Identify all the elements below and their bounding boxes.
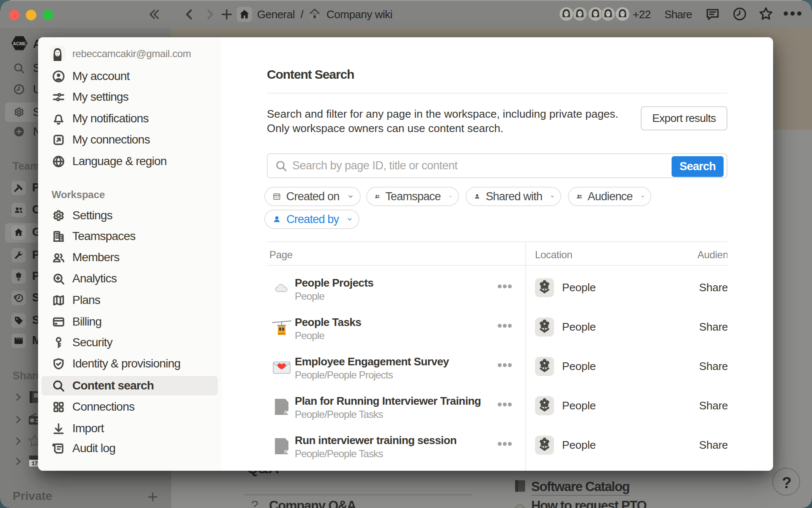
svg-text:ACME: ACME <box>13 41 26 46</box>
svg-text:17: 17 <box>32 460 38 467</box>
